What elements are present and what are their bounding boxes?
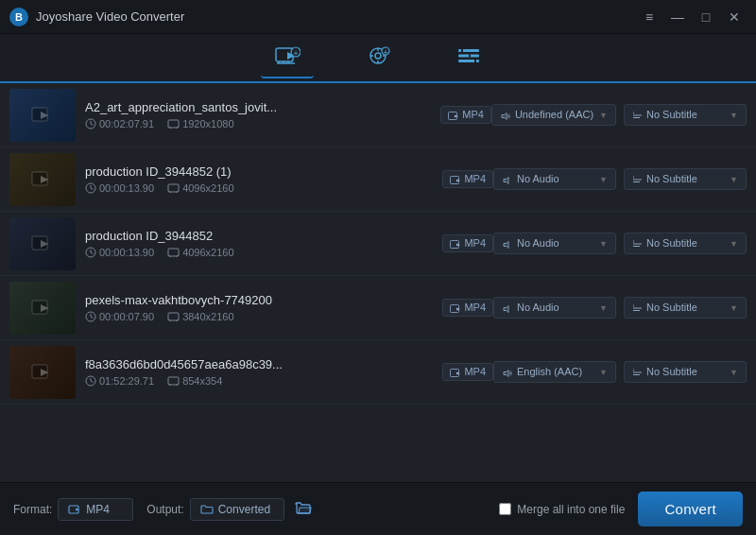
- svg-marker-70: [456, 307, 460, 310]
- format-badge: MP4: [442, 299, 493, 316]
- svg-line-65: [91, 317, 94, 319]
- minimize-button[interactable]: —: [665, 7, 690, 27]
- svg-text:T: T: [632, 369, 635, 372]
- svg-text:+: +: [384, 48, 387, 55]
- subtitle-dropdown[interactable]: T No Subtitle ▼: [624, 233, 747, 253]
- svg-rect-79: [168, 377, 179, 385]
- file-name: production ID_3944852: [85, 229, 433, 243]
- window-controls: ≡ — □ ✕: [637, 7, 747, 27]
- duration: 00:02:07.91: [85, 118, 154, 129]
- subtitle-dropdown[interactable]: T No Subtitle ▼: [624, 361, 747, 382]
- subtitle-icon: T: [632, 112, 643, 121]
- toolbar: + +: [0, 34, 756, 83]
- subtitle-dropdown-arrow: ▼: [730, 239, 738, 249]
- file-info: f8a3636d6bd0d45657aea6a98c39... 01:52:29…: [85, 357, 433, 387]
- duration: 00:00:07.90: [85, 311, 154, 322]
- format-icon-small: [448, 112, 459, 121]
- file-thumbnail: [9, 282, 76, 335]
- resolution: 3840x2160: [167, 311, 233, 322]
- merge-checkbox-label[interactable]: Merge all into one file: [499, 503, 625, 516]
- svg-marker-31: [455, 114, 458, 117]
- file-name: f8a3636d6bd0d45657aea6a98c39...: [85, 357, 433, 371]
- file-meta: 00:00:13.90 4096x2160: [85, 247, 433, 258]
- file-meta: 00:00:07.90 3840x2160: [85, 311, 433, 322]
- svg-line-26: [91, 124, 94, 126]
- resolution: 4096x2160: [167, 247, 233, 258]
- file-controls: No Audio ▼ T No Subtitle ▼: [493, 168, 747, 189]
- svg-rect-53: [168, 249, 179, 256]
- subtitle-dropdown[interactable]: T No Subtitle ▼: [624, 104, 747, 125]
- file-controls: No Audio ▼ T No Subtitle ▼: [493, 297, 747, 318]
- table-row: pexels-max-vakhtbovych-7749200 00:00:07.…: [0, 276, 756, 340]
- audio-icon: [502, 176, 513, 185]
- clock-icon: [85, 182, 96, 194]
- audio-icon: [502, 369, 513, 378]
- file-name: production ID_3944852 (1): [85, 164, 433, 179]
- subtitle-dropdown[interactable]: T No Subtitle ▼: [624, 297, 747, 318]
- svg-rect-27: [168, 120, 179, 128]
- svg-rect-40: [168, 184, 179, 192]
- format-section: Format: MP4: [13, 498, 133, 521]
- table-row: production ID_3944852 00:00:13.90: [0, 212, 756, 276]
- audio-dropdown[interactable]: No Audio ▼: [493, 297, 616, 318]
- clock-icon: [85, 118, 96, 129]
- svg-text:T: T: [632, 304, 635, 308]
- resolution: 1920x1080: [167, 118, 233, 129]
- audio-icon: [502, 304, 513, 314]
- convert-button[interactable]: Convert: [638, 492, 743, 526]
- file-list: A2_art_appreciation_santos_jovit... 00:0…: [0, 83, 756, 482]
- svg-text:T: T: [632, 240, 635, 244]
- toolbar-tools[interactable]: [442, 40, 495, 77]
- file-meta: 00:02:07.91 1920x1080: [85, 118, 431, 129]
- audio-dropdown[interactable]: English (AAC) ▼: [493, 361, 616, 382]
- audio-dropdown-arrow: ▼: [599, 368, 608, 377]
- audio-dropdown-arrow: ▼: [599, 239, 608, 249]
- bottom-bar: Format: MP4 Output: Converted Merge all …: [0, 482, 756, 535]
- file-name: A2_art_appreciation_santos_jovit...: [85, 100, 431, 114]
- audio-value: No Audio: [502, 302, 559, 313]
- svg-marker-57: [456, 243, 460, 246]
- format-icon: [68, 504, 81, 515]
- clock-icon: [85, 375, 96, 387]
- format-icon-small: [450, 369, 461, 378]
- file-thumbnail: [9, 346, 76, 399]
- format-icon-small: [450, 304, 461, 314]
- audio-dropdown[interactable]: Undefined (AAC) ▼: [491, 104, 616, 125]
- svg-text:+: +: [294, 50, 298, 57]
- folder-icon: [200, 504, 214, 515]
- toolbar-convert[interactable]: +: [261, 40, 314, 78]
- subtitle-dropdown-arrow: ▼: [730, 111, 738, 120]
- audio-dropdown[interactable]: No Audio ▼: [493, 233, 616, 253]
- svg-text:T: T: [632, 176, 635, 180]
- edit-toolbar-icon: +: [365, 45, 391, 71]
- subtitle-icon: T: [632, 369, 643, 378]
- subtitle-value: T No Subtitle: [632, 173, 697, 184]
- app-title: Joyoshare Video Converter: [36, 9, 637, 24]
- browse-output-button[interactable]: [290, 498, 317, 521]
- merge-checkbox[interactable]: [499, 503, 511, 515]
- format-badge: MP4: [442, 363, 493, 380]
- duration: 00:00:13.90: [85, 247, 154, 258]
- format-badge: MP4: [442, 234, 493, 251]
- resolution-icon: [167, 376, 180, 387]
- menu-button[interactable]: ≡: [637, 7, 662, 27]
- app-logo: B: [9, 8, 28, 26]
- close-button[interactable]: ✕: [722, 7, 747, 27]
- resolution-icon: [167, 183, 180, 194]
- audio-value: English (AAC): [502, 366, 582, 377]
- audio-value: Undefined (AAC): [500, 109, 593, 120]
- file-name: pexels-max-vakhtbovych-7749200: [85, 293, 433, 307]
- output-section: Output: Converted: [146, 498, 316, 521]
- maximize-button[interactable]: □: [694, 7, 718, 27]
- file-info: production ID_3944852 00:00:13.90: [85, 229, 433, 258]
- toolbar-edit[interactable]: +: [352, 40, 404, 77]
- svg-line-52: [91, 252, 94, 254]
- audio-value: No Audio: [502, 173, 559, 184]
- resolution: 4096x2160: [167, 182, 233, 194]
- audio-dropdown[interactable]: No Audio ▼: [493, 168, 616, 189]
- svg-marker-44: [456, 179, 460, 181]
- subtitle-dropdown-arrow: ▼: [730, 303, 738, 313]
- audio-icon: [502, 240, 513, 250]
- subtitle-dropdown[interactable]: T No Subtitle ▼: [624, 168, 747, 189]
- resolution-icon: [167, 312, 180, 322]
